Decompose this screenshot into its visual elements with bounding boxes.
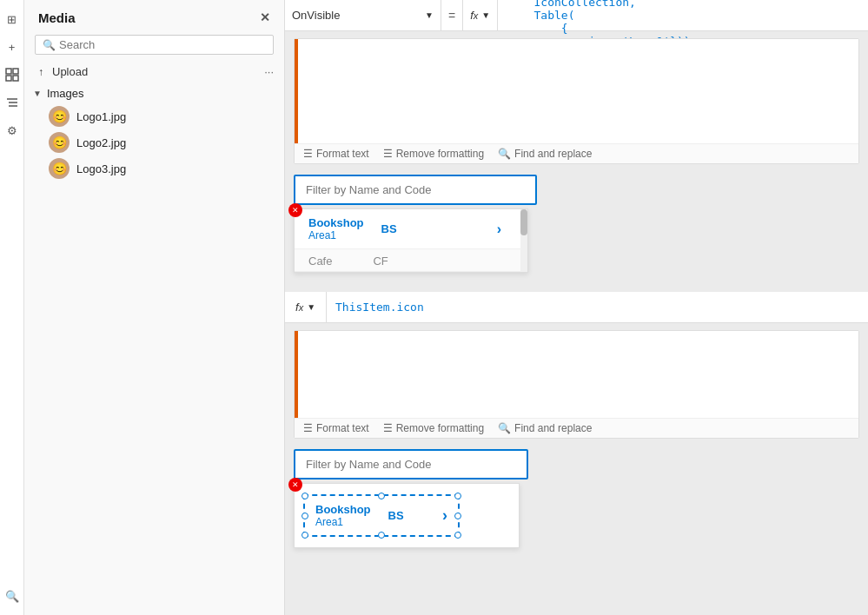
canvas-section-top: ☰ Format text ☰ Remove formatting 🔍 Find… <box>294 38 859 164</box>
format-text-label-bottom: Format text <box>316 422 369 434</box>
canvas-toolbar-bottom: ☰ Format text ☰ Remove formatting 🔍 Find… <box>295 418 858 438</box>
formula-bar-second: fx ▼ ThisItem.icon <box>285 292 868 323</box>
selected-box[interactable]: Bookshop Area1 BS › <box>303 494 460 537</box>
format-text-icon-top: ☰ <box>303 148 313 160</box>
remove-formatting-button-top[interactable]: ☰ Remove formatting <box>383 148 484 160</box>
orange-bar-top <box>295 39 298 143</box>
image-item-2[interactable]: 😊 Logo2.jpg <box>24 129 284 155</box>
selected-item-info: Bookshop Area1 <box>315 503 371 528</box>
plus-icon[interactable]: + <box>2 36 23 57</box>
upload-label: Upload <box>52 65 88 78</box>
selected-item-chevron: › <box>442 506 447 525</box>
item-code-bookshop: BS <box>381 222 397 235</box>
filter-row-top <box>294 175 859 205</box>
svg-rect-2 <box>6 76 11 81</box>
search-box[interactable]: 🔍 <box>35 35 274 55</box>
images-section-label: Images <box>47 87 84 100</box>
selected-item-name: Bookshop <box>315 503 371 516</box>
remove-formatting-button-bottom[interactable]: ☰ Remove formatting <box>383 422 484 434</box>
find-replace-label-top: Find and replace <box>514 148 592 160</box>
remove-formatting-icon-bottom: ☰ <box>383 422 393 434</box>
find-replace-button-bottom[interactable]: 🔍 Find and replace <box>498 422 592 434</box>
images-section-header[interactable]: ▼ Images <box>24 83 284 103</box>
handle-bl[interactable] <box>301 532 308 539</box>
dropdown-container-top: ✕ ▼ Bookshop Area1 BS › Cafe CF <box>294 208 528 273</box>
svg-rect-3 <box>13 76 18 81</box>
media-panel: Media ✕ 🔍 ↑ Upload ··· ▼ Images 😊 Logo1.… <box>24 0 285 615</box>
selected-item-sub: Area1 <box>315 516 371 528</box>
format-text-icon-bottom: ☰ <box>303 422 313 434</box>
onvisible-dropdown[interactable]: OnVisible ▼ <box>285 0 441 30</box>
dropdown-list-bottom: Bookshop Area1 BS › <box>294 483 520 548</box>
avatar-3: 😊 <box>49 158 70 179</box>
close-button[interactable]: ✕ <box>256 9 274 26</box>
close-dropdown-bottom[interactable]: ✕ <box>288 478 302 492</box>
image-item-1[interactable]: 😊 Logo1.jpg <box>24 103 284 129</box>
gear-icon[interactable]: ⚙ <box>2 120 23 141</box>
find-replace-icon-bottom: 🔍 <box>498 422 511 434</box>
partial-item-text: Cafe CF <box>308 255 388 268</box>
scrollbar-top[interactable] <box>520 209 527 272</box>
formula-text-second: ThisItem.icon <box>327 301 868 314</box>
find-replace-icon-top: 🔍 <box>498 148 511 160</box>
handle-tr[interactable] <box>454 493 461 499</box>
search-bottom-icon[interactable]: 🔍 <box>2 585 23 606</box>
layers-icon[interactable]: ⊞ <box>2 9 23 30</box>
scrollbar-thumb-top <box>520 209 527 235</box>
selected-item-code: BS <box>388 509 404 522</box>
avatar-1: 😊 <box>49 106 70 127</box>
canvas-toolbar-top: ☰ Format text ☰ Remove formatting 🔍 Find… <box>295 143 858 163</box>
components-icon[interactable] <box>2 64 23 85</box>
dropdown-item-bookshop[interactable]: Bookshop Area1 BS › <box>295 209 527 249</box>
remove-formatting-icon-top: ☰ <box>383 148 393 160</box>
filter-input-bottom[interactable] <box>294 449 528 479</box>
panel-header: Media ✕ <box>24 0 284 31</box>
svg-rect-1 <box>13 69 18 74</box>
chevron-down-icon: ▼ <box>33 89 42 98</box>
handle-br[interactable] <box>454 532 461 539</box>
canvas-section-bottom: ☰ Format text ☰ Remove formatting 🔍 Find… <box>294 330 859 439</box>
formula-code-second: ThisItem.icon <box>335 301 424 314</box>
canvas-content-bottom <box>295 331 858 418</box>
equals-sign: = <box>441 0 463 30</box>
handle-mr[interactable] <box>454 512 461 519</box>
dropdown-container-bottom: ✕ ▼ Bookshop Area1 <box>294 483 528 548</box>
fx-button-second[interactable]: fx ▼ <box>285 292 327 322</box>
format-text-button-bottom[interactable]: ☰ Format text <box>303 422 369 434</box>
selected-item-content: Bookshop Area1 BS › <box>315 503 447 528</box>
filter-input-top[interactable] <box>294 175 537 205</box>
handle-ml[interactable] <box>301 512 308 519</box>
handle-tm[interactable] <box>378 493 385 499</box>
close-dropdown-top[interactable]: ✕ <box>288 203 302 217</box>
image-name-2: Logo2.jpg <box>76 136 126 149</box>
tree-icon[interactable] <box>2 92 23 113</box>
handle-tl[interactable] <box>301 493 308 499</box>
find-replace-button-top[interactable]: 🔍 Find and replace <box>498 148 592 160</box>
format-text-label-top: Format text <box>316 148 369 160</box>
item-chevron-bookshop: › <box>497 222 501 237</box>
dropdown-chevron-icon: ▼ <box>425 10 434 20</box>
item-name-bookshop: Bookshop <box>308 216 364 229</box>
search-input[interactable] <box>59 38 266 51</box>
handle-bm[interactable] <box>378 532 385 539</box>
image-item-3[interactable]: 😊 Logo3.jpg <box>24 155 284 182</box>
panel-title: Media <box>38 10 76 25</box>
upload-row[interactable]: ↑ Upload ··· <box>24 62 284 83</box>
fx-chevron-icon-second: ▼ <box>307 302 315 312</box>
fx-button[interactable]: fx ▼ <box>463 0 498 30</box>
left-sidebar: ⊞ + ⚙ 🔍 <box>0 0 24 615</box>
format-text-button-top[interactable]: ☰ Format text <box>303 148 369 160</box>
dropdown-item-partial[interactable]: Cafe CF <box>295 249 527 272</box>
avatar-2: 😊 <box>49 132 70 153</box>
search-icon: 🔍 <box>43 39 56 51</box>
image-name-3: Logo3.jpg <box>76 162 126 175</box>
upload-arrow-icon: ↑ <box>38 66 43 78</box>
selected-item-wrapper: Bookshop Area1 BS › <box>295 484 519 547</box>
item-sub-bookshop: Area1 <box>308 229 364 241</box>
canvas-content-top <box>295 39 858 143</box>
fx-chevron-icon: ▼ <box>481 10 490 20</box>
find-replace-label-bottom: Find and replace <box>514 422 592 434</box>
orange-bar-bottom <box>295 331 298 418</box>
more-options-icon[interactable]: ··· <box>264 65 274 78</box>
remove-formatting-label-top: Remove formatting <box>396 148 484 160</box>
